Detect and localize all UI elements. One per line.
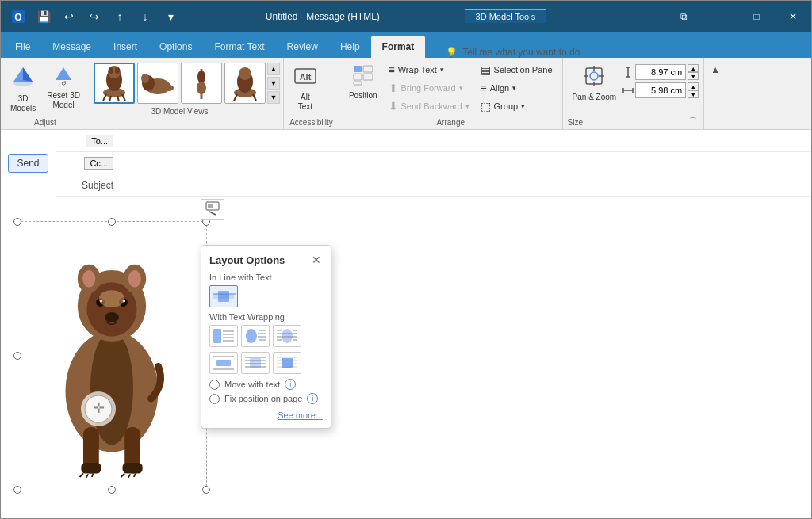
cc-row: Cc... bbox=[56, 152, 811, 174]
move-with-text-radio[interactable] bbox=[209, 380, 220, 390]
adjust-group: 3DModels ↺ Reset 3DModel Adjust bbox=[1, 58, 90, 129]
down-btn[interactable]: ↓ bbox=[134, 6, 156, 28]
layout-trigger-btn[interactable] bbox=[201, 199, 224, 220]
layout-tight-btn[interactable] bbox=[241, 325, 270, 347]
tab-help[interactable]: Help bbox=[329, 36, 371, 58]
svg-point-22 bbox=[197, 82, 206, 94]
svg-rect-77 bbox=[218, 291, 229, 302]
width-icon bbox=[622, 85, 634, 96]
adjust-content: 3DModels ↺ Reset 3DModel bbox=[6, 61, 85, 116]
width-down-btn[interactable]: ▼ bbox=[688, 90, 699, 98]
svg-rect-34 bbox=[354, 82, 362, 85]
group-btn[interactable]: ⬚ Group ▾ bbox=[476, 97, 557, 115]
cc-input[interactable] bbox=[120, 152, 811, 174]
tab-insert[interactable]: Insert bbox=[102, 36, 148, 58]
maximize-btn[interactable]: □ bbox=[738, 1, 775, 32]
svg-line-27 bbox=[253, 94, 256, 101]
save-qat-btn[interactable]: 💾 bbox=[33, 6, 55, 28]
email-rows-wrapper: Send To... Cc... bbox=[1, 130, 811, 197]
fix-position-radio[interactable] bbox=[209, 394, 220, 404]
restore-btn[interactable]: ⧉ bbox=[665, 1, 702, 32]
tell-me-area[interactable]: 💡 Tell me what you want to do bbox=[438, 47, 588, 58]
to-button[interactable]: To... bbox=[86, 135, 113, 147]
scroll-up-btn[interactable]: ▲ bbox=[267, 63, 280, 75]
tab-format-text[interactable]: Format Text bbox=[203, 36, 275, 58]
send-backward-btn[interactable]: ⬇ Send Backward ▾ bbox=[384, 97, 474, 115]
alt-text-icon: Alt bbox=[293, 64, 317, 91]
position-btn[interactable]: Position bbox=[344, 61, 382, 104]
pan-zoom-label: Pan & Zoom bbox=[573, 93, 617, 102]
send-button[interactable]: Send bbox=[8, 154, 48, 173]
arrange-col: ≡ Wrap Text ▾ ⬆ Bring Forward ▾ ⬇ Send B… bbox=[384, 61, 474, 115]
fix-info-icon[interactable]: i bbox=[307, 393, 318, 404]
title-bar-title: Untitled - Message (HTML) 3D Model Tools bbox=[266, 11, 546, 22]
undo-btn[interactable]: ↩ bbox=[58, 6, 80, 28]
fix-position-row[interactable]: Fix position on page i bbox=[209, 393, 323, 404]
collapse-ribbon-btn[interactable]: ▲ bbox=[707, 61, 723, 78]
layout-topbottom-btn[interactable] bbox=[209, 352, 238, 374]
svg-point-84 bbox=[246, 329, 257, 343]
bring-forward-label: Bring Forward bbox=[401, 83, 456, 93]
tab-review[interactable]: Review bbox=[276, 36, 329, 58]
title-bar-controls: ⧉ ─ □ ✕ bbox=[665, 1, 811, 32]
height-down-btn[interactable]: ▼ bbox=[688, 72, 699, 80]
scroll-mid-btn[interactable]: ▼ bbox=[267, 77, 280, 90]
tab-file[interactable]: File bbox=[4, 36, 41, 58]
wrap-text-label: Wrap Text bbox=[398, 65, 437, 74]
layout-through-btn[interactable] bbox=[273, 325, 301, 347]
scroll-down-btn[interactable]: ▼ bbox=[267, 91, 280, 104]
3d-models-btn[interactable]: 3DModels bbox=[6, 61, 40, 116]
width-up-btn[interactable]: ▲ bbox=[688, 82, 699, 90]
alt-text-btn[interactable]: Alt AltText bbox=[289, 61, 322, 115]
height-input[interactable] bbox=[635, 64, 686, 80]
up-btn[interactable]: ↑ bbox=[109, 6, 131, 28]
group-label: Group bbox=[494, 101, 519, 111]
model-thumb-1[interactable] bbox=[94, 63, 135, 104]
layout-front-btn[interactable] bbox=[273, 352, 301, 374]
selection-pane-btn[interactable]: ▤ Selection Pane bbox=[476, 61, 557, 78]
layout-square-btn[interactable] bbox=[209, 325, 238, 347]
group-icon: ⬚ bbox=[481, 100, 491, 113]
layout-behind-btn[interactable] bbox=[241, 352, 270, 374]
model-thumb-4[interactable] bbox=[224, 63, 266, 104]
more-qat-btn[interactable]: ▾ bbox=[159, 6, 182, 28]
svg-point-89 bbox=[282, 329, 293, 343]
bring-forward-btn[interactable]: ⬆ Bring Forward ▾ bbox=[384, 79, 474, 97]
reset-3d-label: Reset 3DModel bbox=[47, 91, 80, 110]
reset-3d-btn[interactable]: ↺ Reset 3DModel bbox=[42, 61, 85, 113]
pan-zoom-btn[interactable]: Pan & Zoom bbox=[568, 61, 622, 105]
close-btn[interactable]: ✕ bbox=[775, 1, 811, 32]
svg-rect-32 bbox=[354, 74, 362, 80]
to-input[interactable] bbox=[120, 130, 811, 151]
tab-options[interactable]: Options bbox=[148, 36, 203, 58]
width-spin: ▲ ▼ bbox=[688, 82, 699, 98]
svg-point-25 bbox=[239, 67, 251, 80]
tab-message[interactable]: Message bbox=[41, 36, 102, 58]
minimize-btn[interactable]: ─ bbox=[702, 1, 738, 32]
move-with-text-row[interactable]: Move with text i bbox=[209, 379, 323, 390]
size-content: Pan & Zoom ▲ ▼ bbox=[568, 61, 699, 116]
size-expand-btn[interactable]: ⌒ bbox=[688, 116, 699, 129]
animal-container[interactable]: ✛ bbox=[17, 221, 207, 490]
width-input[interactable] bbox=[635, 82, 686, 98]
see-more-link[interactable]: See more... bbox=[209, 410, 323, 420]
align-btn[interactable]: ≡ Align ▾ bbox=[476, 79, 557, 97]
size-group: Pan & Zoom ▲ ▼ bbox=[563, 58, 705, 129]
layout-inline-btn[interactable] bbox=[209, 285, 238, 307]
subject-input[interactable] bbox=[120, 174, 811, 196]
svg-point-53 bbox=[82, 270, 95, 288]
move-info-icon[interactable]: i bbox=[285, 379, 296, 390]
svg-marker-4 bbox=[23, 67, 33, 82]
cc-button[interactable]: Cc... bbox=[84, 157, 113, 170]
accessibility-group: Alt AltText Accessibility bbox=[284, 58, 339, 129]
height-up-btn[interactable]: ▲ bbox=[688, 64, 699, 72]
ribbon-collapse-area: ▲ bbox=[704, 58, 726, 129]
tab-format[interactable]: Format bbox=[371, 36, 426, 58]
move-icon[interactable]: ✛ bbox=[81, 391, 116, 426]
model-thumb-3[interactable] bbox=[181, 63, 222, 104]
redo-btn[interactable]: ↪ bbox=[83, 6, 105, 28]
selection-pane-label: Selection Pane bbox=[494, 65, 553, 74]
model-thumb-2[interactable] bbox=[137, 63, 178, 104]
wrap-text-btn[interactable]: ≡ Wrap Text ▾ bbox=[384, 61, 474, 78]
popup-close-btn[interactable]: ✕ bbox=[310, 254, 323, 266]
